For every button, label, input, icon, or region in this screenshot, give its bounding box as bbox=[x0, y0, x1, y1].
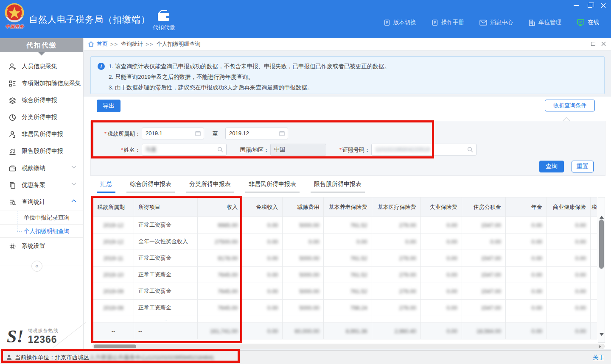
table-cell bbox=[590, 283, 597, 300]
table-cell: 5000.00 bbox=[283, 217, 324, 233]
table-cell: 0.00 bbox=[283, 233, 324, 250]
version-switch-label: 版本切换 bbox=[393, 19, 416, 26]
breadcrumb-home[interactable]: 首页 bbox=[97, 40, 108, 48]
chevron-down-icon bbox=[71, 182, 76, 186]
manual-link[interactable]: 操作手册 bbox=[432, 19, 464, 26]
info-icon: i bbox=[98, 63, 105, 70]
table-cell: 0.00 bbox=[324, 233, 372, 250]
horizontal-scrollbar[interactable] bbox=[92, 344, 605, 349]
table-cell: 8,991.36 bbox=[324, 323, 372, 339]
name-input[interactable]: 马某 bbox=[142, 144, 227, 156]
table-cell: 0.00 bbox=[242, 283, 283, 300]
sidebar-item-personnel[interactable]: 人员信息采集 bbox=[0, 58, 83, 75]
table-cell: 0.00 bbox=[242, 267, 283, 283]
table-cell bbox=[420, 316, 462, 323]
vertical-scrollbar[interactable] bbox=[598, 197, 605, 343]
name-label: *姓名： bbox=[91, 146, 140, 154]
table-column-header: 年金 bbox=[505, 197, 547, 217]
scroll-up-icon[interactable] bbox=[600, 214, 604, 219]
table-cell: 0.00 bbox=[420, 267, 462, 283]
collapse-query-button[interactable]: 收折查询条件 bbox=[545, 100, 595, 111]
about-link[interactable]: 关于 bbox=[593, 354, 604, 361]
reset-button[interactable]: 重置 bbox=[572, 161, 594, 172]
table-cell bbox=[590, 323, 597, 339]
search-icon[interactable] bbox=[217, 146, 224, 153]
unit-management-link[interactable]: 单位管理 bbox=[528, 19, 561, 26]
scroll-right-icon[interactable] bbox=[599, 345, 603, 348]
table-cell: 2,960.40 bbox=[372, 323, 420, 339]
table-cell: 0.00 bbox=[547, 323, 590, 339]
version-switch-link[interactable]: 版本切换 bbox=[384, 19, 416, 26]
table-cell bbox=[590, 316, 597, 323]
table-cell: 279.00 bbox=[372, 267, 420, 283]
sidebar: 代扣代缴 人员信息采集 专项附加扣除信息采集 综合所得申报 分类所得申报 非居民… bbox=[0, 38, 84, 350]
tab-restricted-shares[interactable]: 限售股所得申报表 bbox=[311, 181, 365, 193]
table-cell: 0.00 bbox=[505, 250, 547, 267]
restore-button[interactable] bbox=[586, 3, 593, 8]
sidebar-item-restricted-shares[interactable]: 限售股所得申报 bbox=[0, 143, 83, 160]
scroll-down-icon[interactable] bbox=[600, 333, 604, 338]
table-cell: 5000.00 bbox=[283, 300, 324, 316]
table-cell: 7645.00 bbox=[198, 283, 242, 300]
sidebar-item-label: 系统设置 bbox=[22, 242, 45, 250]
sidebar-item-comprehensive-income[interactable]: 综合所得申报 bbox=[0, 92, 83, 109]
close-button[interactable] bbox=[600, 3, 607, 8]
breadcrumb-level1[interactable]: 查询统计 bbox=[121, 40, 143, 48]
table-cell: 0.00 bbox=[547, 300, 590, 316]
table-cell: 正常工资薪金 bbox=[134, 267, 198, 283]
vertical-scroll-thumb[interactable] bbox=[599, 220, 604, 269]
table-cell bbox=[198, 316, 242, 323]
minimize-button[interactable] bbox=[573, 3, 580, 8]
tab-classified[interactable]: 分类所得申报表 bbox=[186, 181, 234, 193]
table-cell: 7645.00 bbox=[198, 267, 242, 283]
tab-maximize-icon[interactable] bbox=[591, 42, 595, 46]
handbook-icon bbox=[432, 19, 438, 26]
person-add-icon bbox=[8, 63, 17, 71]
gear-icon bbox=[8, 242, 17, 250]
sidebar-item-system-settings[interactable]: 系统设置 bbox=[0, 238, 83, 255]
message-center-link[interactable]: 消息中心 bbox=[479, 19, 513, 26]
bar-chart-icon bbox=[8, 147, 17, 156]
table-cell: 5000.00 bbox=[283, 283, 324, 300]
message-center-label: 消息中心 bbox=[490, 19, 513, 26]
sidebar-item-classified-income[interactable]: 分类所得申报 bbox=[0, 109, 83, 126]
module-tab-daikou[interactable]: 代扣代缴 bbox=[149, 9, 178, 31]
sidebar-item-label: 税款缴纳 bbox=[22, 164, 45, 172]
table-cell: 5000.00 bbox=[283, 267, 324, 283]
sidebar-item-preferential-record[interactable]: 优惠备案 bbox=[0, 177, 83, 194]
sidebar-item-tax-payment[interactable]: 税款缴纳 bbox=[0, 160, 83, 177]
sidebar-item-query-statistics[interactable]: 查询统计 bbox=[0, 194, 83, 211]
sidebar-item-nonresident-income[interactable]: 非居民所得申报 bbox=[0, 126, 83, 143]
export-button[interactable]: 导出 bbox=[97, 100, 121, 112]
period-to-input[interactable]: 2019.12 bbox=[225, 128, 288, 139]
table-row: .. bbox=[93, 316, 597, 323]
table-cell: 1547.00 bbox=[462, 300, 505, 316]
table-cell: 9178.00 bbox=[198, 250, 242, 267]
tab-nonresident[interactable]: 非居民所得申报表 bbox=[245, 181, 300, 193]
horizontal-scroll-thumb[interactable] bbox=[94, 345, 136, 348]
table-cell: 0.00 bbox=[420, 323, 462, 339]
table-column-header: 税款所属期 bbox=[93, 197, 134, 217]
table-cell: 0.00 bbox=[505, 300, 547, 316]
search-icon[interactable] bbox=[467, 146, 474, 153]
sidebar-subitem-unit-record-query[interactable]: 单位申报记录查询 bbox=[0, 211, 83, 224]
tab-close-icon[interactable] bbox=[601, 42, 606, 46]
table-cell: 761.52 bbox=[324, 250, 372, 267]
table-cell: 761.52 bbox=[324, 217, 372, 233]
online-status[interactable]: 在线 bbox=[577, 19, 599, 26]
wallet-icon bbox=[157, 9, 171, 22]
table-cell: 正常工资薪金 bbox=[134, 300, 198, 316]
cert-number-input[interactable]: 110102199304220519 bbox=[371, 144, 476, 156]
query-statistics-submenu: 单位申报记录查询 个人扣缴明细查询 bbox=[0, 211, 83, 238]
sidebar-menu: 人员信息采集 专项附加扣除信息采集 综合所得申报 分类所得申报 非居民所得申报 bbox=[0, 52, 83, 266]
table-column-header: 商业健康保险 bbox=[547, 197, 590, 217]
envelope-icon bbox=[479, 19, 487, 26]
logo-caption: 中国税务 bbox=[4, 24, 26, 30]
sidebar-subitem-personal-detail-query[interactable]: 个人扣缴明细查询 bbox=[0, 224, 83, 238]
sidebar-collapse-button[interactable]: « bbox=[31, 261, 42, 272]
tab-comprehensive[interactable]: 综合所得申报表 bbox=[126, 181, 175, 193]
sidebar-item-special-deduction[interactable]: 专项附加扣除信息采集 bbox=[0, 75, 83, 92]
tab-summary[interactable]: 汇总 bbox=[97, 181, 115, 193]
period-from-input[interactable]: 2019.1 bbox=[142, 128, 204, 139]
search-button[interactable]: 查询 bbox=[539, 161, 564, 172]
